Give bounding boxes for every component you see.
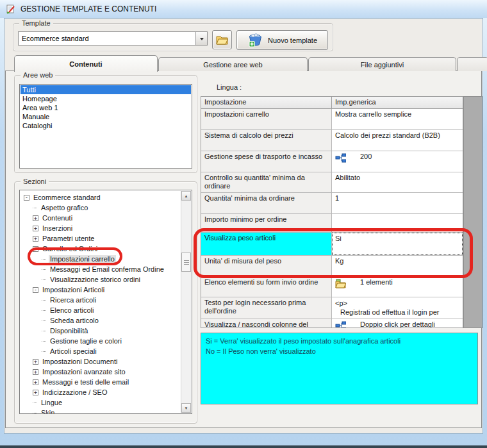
setting-name-cell[interactable]: Sistema di calcolo dei prezzi bbox=[201, 130, 332, 151]
setting-value-cell[interactable] bbox=[332, 214, 463, 232]
tree-item[interactable]: Scheda articolo bbox=[20, 315, 181, 326]
tree-connector bbox=[42, 351, 46, 352]
setting-value-cell[interactable]: 200 bbox=[332, 151, 463, 172]
tree-connector bbox=[33, 208, 37, 208]
new-template-button[interactable]: Nuovo template bbox=[236, 30, 328, 50]
expand-icon[interactable]: + bbox=[33, 215, 38, 221]
folder-icon bbox=[216, 35, 228, 45]
expand-icon[interactable]: + bbox=[33, 369, 38, 375]
setting-value-cell[interactable]: 1 elementi bbox=[332, 277, 463, 297]
list-item[interactable]: Manuale bbox=[21, 112, 191, 121]
tree-item-label: Gestione taglie e colori bbox=[49, 337, 123, 345]
settings-row[interactable]: Elenco elementi su form invio ordine1 el… bbox=[201, 277, 463, 297]
tree-item[interactable]: +Contenuti bbox=[20, 213, 181, 223]
template-select-dropdown-button[interactable] bbox=[195, 32, 207, 45]
setting-name-cell[interactable]: Elenco elementi su form invio ordine bbox=[201, 277, 332, 297]
hierarchy-icon bbox=[335, 153, 346, 163]
tree-item[interactable]: +Impostazioni avanzate sito bbox=[20, 367, 181, 377]
expand-icon[interactable]: + bbox=[33, 226, 38, 231]
setting-name-cell[interactable]: Testo per login necessario prima dell'or… bbox=[201, 297, 332, 319]
tab-file-aggiuntivi[interactable]: File aggiuntivi bbox=[308, 57, 456, 71]
settings-row[interactable]: Testo per login necessario prima dell'or… bbox=[201, 297, 463, 319]
expand-icon[interactable]: + bbox=[33, 379, 38, 385]
list-item[interactable]: Area web 1 bbox=[21, 103, 191, 112]
tree-item[interactable]: +Parametri utente bbox=[20, 233, 181, 244]
template-select[interactable]: Ecommerce standard bbox=[18, 31, 208, 46]
tree-item[interactable]: Messaggi ed Email conferma Ordine bbox=[20, 264, 181, 274]
tree-item[interactable]: +Messaggi e testi delle email bbox=[20, 377, 181, 387]
setting-name-cell[interactable]: Gestione spese di trasporto e incasso bbox=[201, 151, 332, 172]
settings-row[interactable]: Unita' di misura del pesoKg bbox=[201, 256, 463, 277]
expand-icon[interactable]: + bbox=[33, 236, 38, 242]
settings-row[interactable]: Controllo su quantita' minima da ordinar… bbox=[201, 172, 463, 193]
tree-item[interactable]: -Impostazioni Articoli bbox=[20, 285, 181, 295]
settings-row[interactable]: Sistema di calcolo dei prezziCalcolo dei… bbox=[201, 130, 463, 151]
setting-value-cell[interactable]: Doppio click per dettagli bbox=[332, 319, 463, 328]
scrollbar-thumb[interactable] bbox=[181, 253, 191, 272]
tree-item[interactable]: Aspetto grafico bbox=[20, 203, 181, 213]
tab-extra[interactable] bbox=[457, 57, 487, 71]
tree-item[interactable]: Ricerca articoli bbox=[20, 295, 181, 305]
settings-row[interactable]: Visualizza peso articoliSi bbox=[201, 233, 463, 256]
aree-web-listbox[interactable]: TuttiHomepageArea web 1ManualeCataloghi bbox=[19, 84, 192, 169]
setting-value-cell[interactable]: Kg bbox=[332, 256, 463, 276]
setting-name-cell[interactable]: Visualizza / nascondi colonne del bbox=[201, 319, 332, 328]
settings-row[interactable]: Visualizza / nascondi colonne delDoppio … bbox=[201, 319, 463, 328]
list-item[interactable]: Cataloghi bbox=[21, 121, 191, 130]
setting-value-text: 1 elementi bbox=[360, 278, 393, 286]
open-template-folder-button[interactable] bbox=[212, 30, 232, 49]
tree-item[interactable]: +Impostazioni Documenti bbox=[20, 356, 181, 367]
tab-gestione-aree-web[interactable]: Gestione aree web bbox=[158, 57, 308, 71]
settings-row[interactable]: Quantita' minima da ordinare1 bbox=[201, 193, 463, 214]
tree-item[interactable]: +Indicizzazione / SEO bbox=[20, 387, 181, 397]
setting-name-cell[interactable]: Visualizza peso articoli bbox=[201, 233, 332, 255]
tree-item-label: Disponibilità bbox=[49, 327, 89, 335]
tree-item[interactable]: Disponibilità bbox=[20, 326, 181, 336]
tree-connector bbox=[42, 300, 46, 301]
tree-item[interactable]: Gestione taglie e colori bbox=[20, 336, 181, 346]
settings-row[interactable]: Gestione spese di trasporto e incasso200 bbox=[201, 151, 463, 172]
tree-item[interactable]: -Carrello ed Ordini bbox=[20, 244, 181, 254]
scroll-up-button[interactable]: ▲ bbox=[181, 191, 191, 201]
settings-grid-side-track bbox=[463, 96, 483, 328]
setting-name-cell[interactable]: Controllo su quantita' minima da ordinar… bbox=[201, 172, 332, 192]
settings-row[interactable]: Importo minimo per ordine bbox=[201, 214, 463, 233]
tab-contenuti[interactable]: Contenuti bbox=[14, 55, 158, 72]
tree-item-label: Messaggi ed Email conferma Ordine bbox=[49, 265, 165, 273]
tree-scrollbar[interactable]: ▲ ▼ bbox=[181, 191, 191, 413]
tree-connector bbox=[33, 413, 37, 413]
list-item[interactable]: Tutti bbox=[21, 85, 191, 94]
collapse-icon[interactable]: - bbox=[33, 246, 38, 252]
setting-name-cell[interactable]: Importo minimo per ordine bbox=[201, 214, 332, 232]
tree-item[interactable]: Articoli speciali bbox=[20, 346, 181, 356]
expand-icon[interactable]: + bbox=[33, 390, 38, 395]
sezioni-label: Sezioni bbox=[21, 178, 49, 185]
tree-item[interactable]: Skin bbox=[20, 408, 181, 414]
tree-item[interactable]: Lingue bbox=[20, 397, 181, 408]
setting-value-cell[interactable]: Si bbox=[332, 233, 463, 255]
setting-name-cell[interactable]: Unita' di misura del peso bbox=[201, 256, 332, 276]
settings-row[interactable]: Impostazioni carrelloMostra carrello sem… bbox=[201, 109, 463, 130]
setting-value-cell[interactable]: <p>Registrati od effettua il login per bbox=[332, 297, 463, 319]
collapse-icon[interactable]: - bbox=[33, 287, 38, 293]
tree-item[interactable]: Elenco articoli bbox=[20, 305, 181, 315]
setting-value-cell[interactable]: Abilitato bbox=[332, 172, 463, 192]
setting-value-cell[interactable]: Mostra carrello semplice bbox=[332, 109, 463, 129]
tree-item-label: Carrello ed Ordini bbox=[41, 245, 99, 253]
tree-item[interactable]: Impostazioni carrello bbox=[20, 254, 181, 264]
tree-item[interactable]: Visualizzazione storico ordini bbox=[20, 274, 181, 285]
sezioni-treeview[interactable]: -Ecommerce standardAspetto grafico+Conte… bbox=[19, 190, 192, 414]
tree-item-label: Lingue bbox=[40, 399, 63, 406]
collapse-icon[interactable]: - bbox=[24, 195, 29, 201]
app-icon bbox=[6, 4, 16, 14]
scroll-down-button[interactable]: ▼ bbox=[181, 403, 191, 413]
tree-item[interactable]: -Ecommerce standard bbox=[20, 192, 181, 203]
setting-name-cell[interactable]: Impostazioni carrello bbox=[201, 109, 332, 129]
setting-value-cell[interactable]: 1 bbox=[332, 193, 463, 213]
tree-item[interactable]: +Inserzioni bbox=[20, 223, 181, 233]
list-item[interactable]: Homepage bbox=[21, 94, 191, 103]
expand-icon[interactable]: + bbox=[33, 359, 38, 365]
setting-name-cell[interactable]: Quantita' minima da ordinare bbox=[201, 193, 332, 213]
settings-grid[interactable]: ImpostazioneImp.genericaImpostazioni car… bbox=[201, 96, 463, 328]
setting-value-cell[interactable]: Calcolo dei prezzi standard (B2B) bbox=[332, 130, 463, 151]
